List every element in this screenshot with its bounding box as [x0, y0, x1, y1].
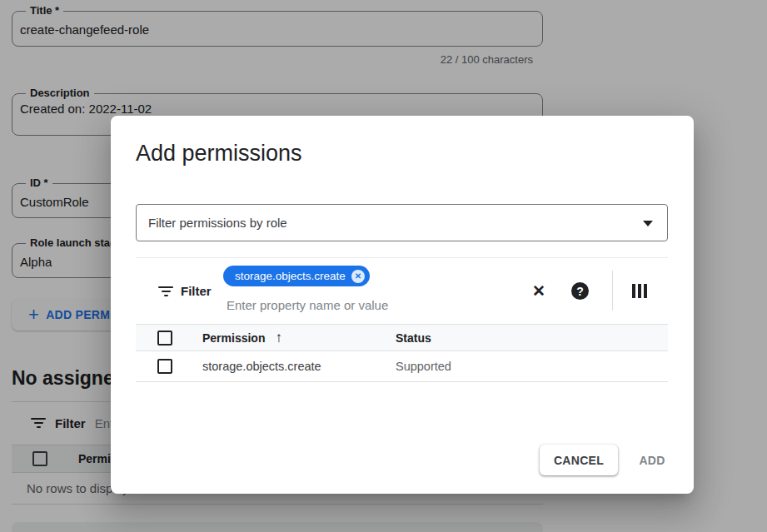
- dialog-permission-column-header[interactable]: Permission ↑: [202, 330, 282, 346]
- divider: [136, 257, 668, 258]
- help-icon[interactable]: ?: [571, 282, 589, 300]
- toolbar-divider: [612, 271, 613, 311]
- add-button[interactable]: ADD: [625, 445, 679, 475]
- dialog-filter-label: Filter: [181, 284, 212, 298]
- dialog-title: Add permissions: [136, 141, 302, 167]
- add-permissions-dialog: Add permissions Filter permissions by ro…: [111, 116, 694, 494]
- dialog-select-all-checkbox[interactable]: [157, 331, 172, 346]
- filter-permissions-by-role-select[interactable]: Filter permissions by role: [136, 204, 668, 241]
- table-row[interactable]: storage.objects.create Supported: [136, 351, 668, 382]
- cancel-button[interactable]: CANCEL: [540, 445, 618, 475]
- filter-chip-label: storage.objects.create: [235, 270, 346, 282]
- clear-filters-icon[interactable]: ✕: [527, 279, 550, 302]
- dialog-filter-button[interactable]: Filter: [158, 284, 212, 298]
- row-permission-cell: storage.objects.create: [202, 360, 321, 373]
- chevron-down-icon: [643, 221, 653, 226]
- column-display-icon[interactable]: [630, 284, 649, 298]
- row-checkbox[interactable]: [157, 359, 172, 374]
- chip-remove-icon[interactable]: ✕: [351, 270, 365, 283]
- filter-chip[interactable]: storage.objects.create ✕: [223, 266, 370, 286]
- dialog-table-header: Permission ↑ Status: [136, 324, 668, 351]
- row-status-cell: Supported: [396, 360, 451, 373]
- dialog-status-column-header[interactable]: Status: [396, 331, 431, 345]
- role-select-placeholder: Filter permissions by role: [148, 216, 287, 230]
- sort-ascending-icon: ↑: [275, 330, 282, 346]
- dialog-filter-input[interactable]: Enter property name or value: [227, 298, 388, 312]
- filter-icon: [158, 286, 173, 296]
